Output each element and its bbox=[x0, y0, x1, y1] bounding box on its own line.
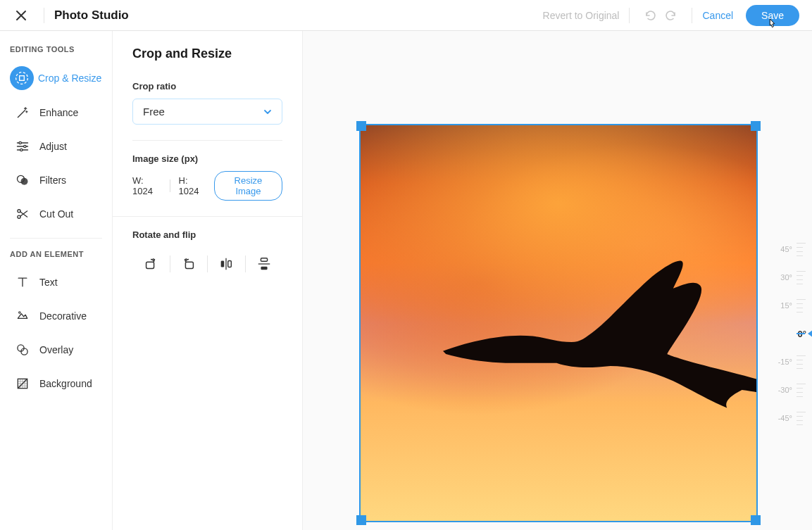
sidebar-heading-editing: EDITING TOOLS bbox=[0, 45, 112, 61]
rotate-right-icon bbox=[143, 256, 158, 272]
svg-rect-15 bbox=[221, 260, 225, 267]
divider bbox=[170, 179, 170, 192]
image-canvas[interactable] bbox=[359, 124, 758, 522]
flip-vertical-button[interactable] bbox=[245, 251, 282, 277]
width-readout: W: 1024 bbox=[132, 175, 161, 196]
angle-tick[interactable]: -45° bbox=[768, 404, 806, 432]
image-size-label: Image size (px) bbox=[132, 153, 282, 164]
panel-title: Crop and Resize bbox=[132, 46, 282, 61]
bird-silhouette bbox=[431, 244, 758, 423]
canvas-area: 45°30°15°0°-15°-30°-45° bbox=[303, 31, 812, 530]
divider bbox=[10, 238, 102, 239]
flip-horizontal-icon bbox=[218, 256, 234, 272]
revert-button: Revert to Original bbox=[543, 10, 620, 21]
filters-icon bbox=[10, 169, 35, 191]
crop-handle-top-left[interactable] bbox=[356, 121, 366, 131]
sidebar-item-cut-out[interactable]: Cut Out bbox=[0, 197, 112, 231]
save-button[interactable]: Save bbox=[746, 5, 799, 26]
app-header: Photo Studio Revert to Original Cancel S… bbox=[0, 0, 812, 31]
sidebar-item-overlay[interactable]: Overlay bbox=[0, 333, 112, 367]
rotate-flip-label: Rotate and flip bbox=[132, 229, 282, 240]
crop-handle-bottom-right[interactable] bbox=[751, 515, 761, 525]
svg-rect-18 bbox=[261, 267, 267, 270]
angle-tick[interactable]: 45° bbox=[768, 235, 806, 263]
close-button[interactable] bbox=[8, 3, 34, 28]
rotate-right-button[interactable] bbox=[132, 251, 170, 277]
settings-panel: Crop and Resize Crop ratio Free Image si… bbox=[113, 31, 303, 530]
svg-rect-16 bbox=[228, 260, 232, 267]
sidebar-item-text[interactable]: Text bbox=[0, 265, 112, 299]
svg-point-6 bbox=[21, 178, 28, 185]
angle-tick[interactable]: 15° bbox=[768, 291, 806, 320]
scissors-icon bbox=[10, 203, 35, 225]
svg-point-2 bbox=[19, 141, 21, 144]
svg-rect-14 bbox=[185, 262, 193, 268]
undo-button bbox=[639, 5, 661, 26]
flip-vertical-icon bbox=[256, 256, 272, 272]
angle-tick[interactable]: 0° bbox=[768, 320, 806, 348]
sidebar-item-adjust[interactable]: Adjust bbox=[0, 130, 112, 163]
flip-horizontal-button[interactable] bbox=[208, 251, 245, 277]
edited-image bbox=[359, 124, 758, 522]
redo-button bbox=[661, 5, 682, 26]
rotation-angle-scale[interactable]: 45°30°15°0°-15°-30°-45° bbox=[768, 235, 806, 432]
crop-ratio-label: Crop ratio bbox=[132, 81, 282, 92]
sidebar-item-label: Text bbox=[39, 277, 58, 288]
angle-tick[interactable]: -15° bbox=[768, 348, 806, 376]
divider bbox=[629, 8, 630, 23]
rotate-left-button[interactable] bbox=[170, 251, 207, 277]
rotate-left-icon bbox=[181, 256, 196, 272]
sidebar-item-decorative[interactable]: Decorative bbox=[0, 299, 112, 333]
sidebar-item-filters[interactable]: Filters bbox=[0, 163, 112, 197]
sidebar-item-label: Filters bbox=[39, 175, 66, 186]
sidebar-item-background[interactable]: Background bbox=[0, 367, 112, 400]
decorative-icon bbox=[10, 305, 35, 327]
undo-icon bbox=[644, 9, 656, 22]
sidebar-item-label: Crop & Resize bbox=[38, 72, 101, 84]
height-readout: H: 1024 bbox=[179, 175, 206, 196]
svg-rect-13 bbox=[146, 262, 154, 268]
divider bbox=[113, 216, 302, 217]
sidebar-item-label: Adjust bbox=[39, 141, 67, 152]
svg-point-9 bbox=[19, 312, 21, 314]
angle-tick-label: -30° bbox=[771, 386, 792, 394]
close-icon bbox=[15, 10, 27, 21]
background-icon bbox=[10, 372, 35, 395]
angle-tick[interactable]: -30° bbox=[768, 376, 806, 404]
sidebar-item-label: Decorative bbox=[39, 310, 87, 322]
angle-tick-label: -15° bbox=[771, 358, 792, 366]
sidebar-item-label: Background bbox=[39, 378, 92, 389]
divider bbox=[44, 8, 44, 23]
crop-ratio-value: Free bbox=[143, 106, 165, 118]
crop-icon bbox=[10, 66, 34, 90]
svg-point-0 bbox=[16, 72, 28, 84]
sidebar-item-label: Enhance bbox=[39, 107, 78, 118]
crop-handle-bottom-left[interactable] bbox=[356, 515, 366, 525]
sidebar-item-crop-resize[interactable]: Crop & Resize bbox=[0, 61, 112, 96]
crop-handle-top-right[interactable] bbox=[751, 121, 761, 131]
svg-rect-17 bbox=[261, 258, 267, 262]
svg-point-11 bbox=[21, 348, 27, 355]
svg-rect-1 bbox=[20, 76, 25, 81]
chevron-down-icon bbox=[263, 108, 272, 116]
svg-point-3 bbox=[24, 145, 26, 147]
wand-icon bbox=[10, 101, 35, 124]
angle-tick-label: 15° bbox=[771, 301, 792, 310]
divider bbox=[132, 140, 282, 141]
redo-icon bbox=[665, 9, 677, 22]
angle-tick-label: -45° bbox=[771, 414, 792, 422]
angle-tick[interactable]: 30° bbox=[768, 263, 806, 291]
overlay-icon bbox=[10, 339, 35, 361]
cancel-button[interactable]: Cancel bbox=[702, 10, 733, 21]
sidebar-item-enhance[interactable]: Enhance bbox=[0, 96, 112, 130]
sidebar-item-label: Overlay bbox=[39, 344, 73, 355]
angle-tick-label: 30° bbox=[771, 273, 792, 282]
resize-image-button[interactable]: Resize Image bbox=[214, 171, 282, 201]
svg-point-4 bbox=[20, 149, 23, 151]
app-title: Photo Studio bbox=[54, 8, 129, 23]
divider bbox=[692, 8, 692, 23]
crop-ratio-dropdown[interactable]: Free bbox=[132, 99, 282, 125]
sidebar: EDITING TOOLS Crop & Resize Enhance Adju… bbox=[0, 31, 113, 530]
sidebar-item-label: Cut Out bbox=[39, 208, 73, 220]
sliders-icon bbox=[10, 135, 35, 158]
